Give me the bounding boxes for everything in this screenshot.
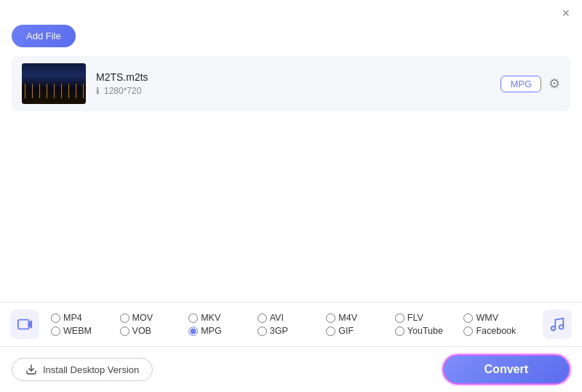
footer-bar: Install Desktop Version Convert	[0, 347, 582, 392]
file-actions: MPG ⚙	[501, 76, 560, 92]
format-option-mkv[interactable]: MKV	[188, 313, 258, 323]
format-options-grid: MP4 MOV MKV AVI M4V FLV WMV WEBM	[51, 313, 533, 336]
add-file-button[interactable]: Add File	[12, 25, 76, 47]
format-badge[interactable]: MPG	[501, 76, 541, 92]
svg-rect-0	[18, 320, 29, 329]
format-option-mpg[interactable]: MPG	[188, 326, 258, 336]
info-icon[interactable]: ℹ	[96, 86, 100, 96]
file-thumbnail	[22, 63, 86, 104]
download-icon	[25, 364, 37, 375]
bottom-bar: MP4 MOV MKV AVI M4V FLV WMV WEBM	[0, 302, 582, 392]
format-option-facebook[interactable]: Facebook	[463, 326, 533, 336]
format-option-avi[interactable]: AVI	[258, 313, 327, 323]
format-option-webm[interactable]: WEBM	[51, 326, 120, 336]
format-option-3gp[interactable]: 3GP	[258, 326, 327, 336]
svg-marker-1	[29, 321, 32, 327]
svg-point-3	[559, 325, 564, 329]
title-bar: ✕	[0, 0, 582, 22]
format-option-flv[interactable]: FLV	[395, 313, 464, 323]
format-option-m4v[interactable]: M4V	[326, 313, 395, 323]
format-option-youtube[interactable]: YouTube	[395, 326, 464, 336]
main-content: M2TS.m2ts ℹ 1280*720 MPG ⚙	[0, 56, 582, 111]
file-meta: ℹ 1280*720	[96, 86, 490, 96]
format-option-wmv[interactable]: WMV	[463, 313, 533, 323]
close-button[interactable]: ✕	[560, 7, 572, 19]
file-item: M2TS.m2ts ℹ 1280*720 MPG ⚙	[12, 56, 570, 111]
format-option-mov[interactable]: MOV	[120, 313, 189, 323]
video-format-icon[interactable]	[10, 310, 39, 339]
file-resolution: 1280*720	[104, 86, 141, 96]
install-desktop-button[interactable]: Install Desktop Version	[12, 358, 153, 381]
format-option-vob[interactable]: VOB	[120, 326, 189, 336]
file-name: M2TS.m2ts	[96, 71, 490, 83]
format-option-mp4[interactable]: MP4	[51, 313, 120, 323]
audio-format-icon[interactable]	[543, 310, 572, 339]
settings-icon[interactable]: ⚙	[549, 76, 560, 92]
file-info: M2TS.m2ts ℹ 1280*720	[96, 71, 490, 96]
toolbar: Add File	[0, 22, 582, 56]
svg-point-2	[551, 327, 556, 331]
convert-button[interactable]: Convert	[442, 354, 570, 385]
format-selector: MP4 MOV MKV AVI M4V FLV WMV WEBM	[0, 303, 582, 347]
format-option-gif[interactable]: GIF	[326, 326, 395, 336]
install-label: Install Desktop Version	[43, 364, 139, 375]
